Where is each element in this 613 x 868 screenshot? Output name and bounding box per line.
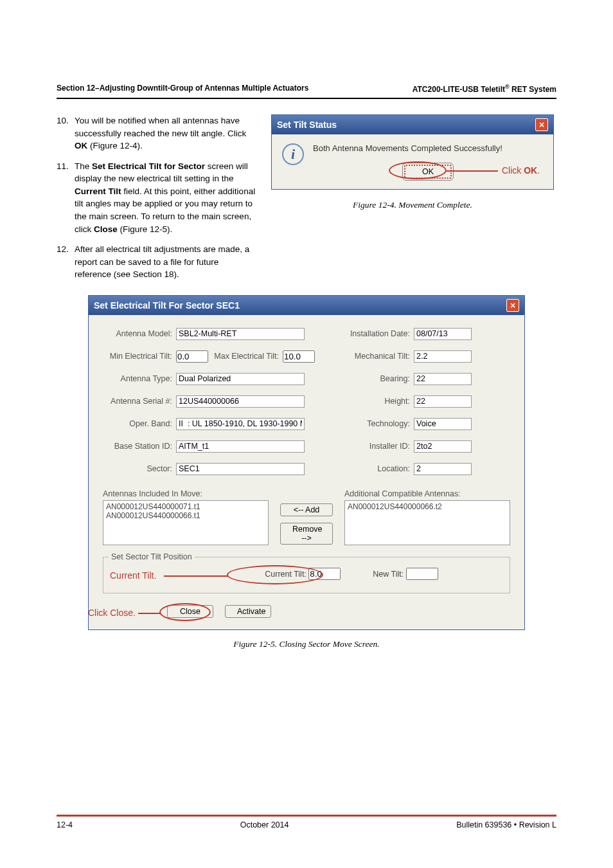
figure-12-4-caption: Figure 12-4. Movement Complete. bbox=[269, 200, 556, 210]
callout-text: Click OK. bbox=[502, 165, 540, 176]
step-11: 11. The Set Electrical Tilt for Sector s… bbox=[57, 160, 256, 235]
dialog-title: Set Electrical Tilt For Sector SEC1 bbox=[94, 300, 240, 311]
included-listbox[interactable]: AN000012US440000071.t1 AN000012US4400000… bbox=[103, 500, 269, 545]
close-icon[interactable]: × bbox=[535, 118, 548, 131]
oper-band-field[interactable] bbox=[176, 418, 305, 430]
footer-left: 12-4 bbox=[57, 820, 73, 829]
mech-tilt-field[interactable] bbox=[414, 350, 472, 363]
height-field[interactable] bbox=[414, 395, 472, 408]
bearing-label: Bearing: bbox=[341, 374, 410, 383]
oper-band-label: Oper. Band: bbox=[103, 419, 172, 428]
set-sector-tilt-fieldset: Set Sector Tilt Position Current Tilt. C… bbox=[103, 557, 510, 593]
header-right: ATC200-LITE-USB Teletilt® RET System bbox=[413, 84, 556, 94]
installer-field[interactable] bbox=[414, 440, 472, 453]
add-button[interactable]: <-- Add bbox=[280, 503, 333, 516]
new-tilt-label: New Tilt: bbox=[373, 570, 404, 579]
install-date-field[interactable] bbox=[414, 328, 472, 340]
close-icon[interactable]: × bbox=[506, 299, 519, 312]
min-tilt-field[interactable] bbox=[176, 350, 208, 363]
sector-field[interactable] bbox=[176, 463, 305, 475]
location-field[interactable] bbox=[414, 463, 472, 475]
list-item[interactable]: AN000012US440000066.t2 bbox=[348, 502, 507, 511]
serial-field[interactable] bbox=[176, 395, 305, 408]
page-footer: 12-4 October 2014 Bulletin 639536 • Revi… bbox=[57, 815, 556, 829]
bearing-field[interactable] bbox=[414, 373, 472, 385]
base-station-label: Base Station ID: bbox=[103, 442, 172, 451]
current-tilt-callout: Current Tilt. bbox=[110, 570, 156, 581]
remove-button[interactable]: Remove --> bbox=[280, 523, 333, 545]
status-message: Both Antenna Movements Completed Success… bbox=[313, 143, 543, 153]
set-electrical-tilt-dialog: Set Electrical Tilt For Sector SEC1 × An… bbox=[88, 295, 525, 630]
height-label: Height: bbox=[341, 397, 410, 406]
antenna-model-field[interactable] bbox=[176, 328, 305, 340]
header-left: Section 12–Adjusting Downtilt-Group of A… bbox=[57, 84, 308, 94]
callout-line bbox=[164, 575, 228, 577]
sector-label: Sector: bbox=[103, 464, 172, 473]
base-station-field[interactable] bbox=[176, 440, 305, 453]
compatible-label: Additional Compatible Antennas: bbox=[344, 489, 510, 498]
technology-field[interactable] bbox=[414, 418, 472, 430]
max-tilt-field[interactable] bbox=[283, 350, 315, 363]
instruction-list: 10. You will be notified when all antenn… bbox=[57, 114, 256, 281]
info-icon: i bbox=[282, 143, 304, 165]
included-label: Antennas Included In Move: bbox=[103, 489, 269, 498]
step-12: 12. After all electrical tilt adjustment… bbox=[57, 243, 256, 281]
set-tilt-status-dialog: Set Tilt Status × i Both Antenna Movemen… bbox=[271, 114, 554, 190]
max-tilt-label: Max Electrical Tilt: bbox=[208, 352, 279, 361]
callout-line bbox=[447, 170, 498, 172]
list-item[interactable]: AN000012US440000066.t1 bbox=[106, 511, 265, 520]
click-close-callout: Click Close. bbox=[88, 608, 136, 618]
mech-tilt-label: Mechanical Tilt: bbox=[341, 352, 410, 361]
antenna-type-label: Antenna Type: bbox=[103, 374, 172, 383]
ok-button[interactable]: OK bbox=[404, 165, 452, 179]
compatible-listbox[interactable]: AN000012US440000066.t2 bbox=[344, 500, 510, 545]
dialog-titlebar: Set Electrical Tilt For Sector SEC1 × bbox=[89, 296, 524, 315]
current-tilt-field[interactable] bbox=[308, 568, 341, 580]
min-tilt-label: Min Electrical Tilt: bbox=[103, 352, 172, 361]
current-tilt-label: Current Tilt: bbox=[265, 570, 306, 579]
installer-label: Installer ID: bbox=[341, 442, 410, 451]
page-header: Section 12–Adjusting Downtilt-Group of A… bbox=[57, 84, 556, 99]
list-item[interactable]: AN000012US440000071.t1 bbox=[106, 502, 265, 511]
dialog-title: Set Tilt Status bbox=[277, 120, 337, 130]
dialog-titlebar: Set Tilt Status × bbox=[272, 115, 553, 134]
close-button[interactable]: Close bbox=[167, 605, 213, 618]
fieldset-legend: Set Sector Tilt Position bbox=[109, 552, 195, 561]
technology-label: Technology: bbox=[341, 419, 410, 428]
install-date-label: Installation Date: bbox=[341, 329, 410, 338]
figure-12-5-caption: Figure 12-5. Closing Sector Move Screen. bbox=[57, 639, 556, 649]
location-label: Location: bbox=[341, 464, 410, 473]
serial-label: Antenna Serial #: bbox=[103, 397, 172, 406]
footer-center: October 2014 bbox=[240, 820, 289, 829]
activate-button[interactable]: Activate bbox=[225, 605, 271, 618]
antenna-type-field[interactable] bbox=[176, 373, 305, 385]
step-10: 10. You will be notified when all antenn… bbox=[57, 114, 256, 152]
new-tilt-field[interactable] bbox=[406, 568, 438, 580]
footer-right: Bulletin 639536 • Revision L bbox=[456, 820, 556, 829]
callout-line bbox=[138, 613, 161, 614]
antenna-model-label: Antenna Model: bbox=[103, 329, 172, 338]
